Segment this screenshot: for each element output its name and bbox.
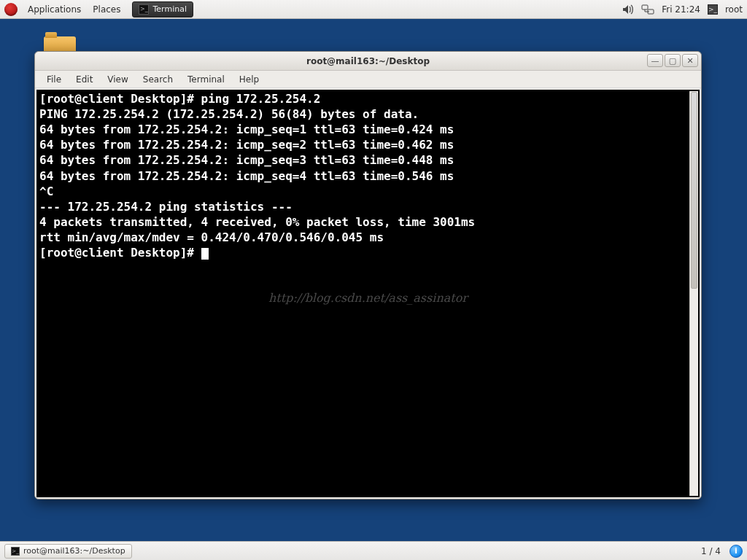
places-menu[interactable]: Places <box>87 0 126 18</box>
close-button[interactable]: ✕ <box>682 54 698 67</box>
taskbar-entry-label: root@mail163:~/Desktop <box>23 546 125 556</box>
terminal-prompt-line: [root@client Desktop]# <box>39 245 697 260</box>
terminal-line: 64 bytes from 172.25.254.2: icmp_seq=1 t… <box>39 122 697 137</box>
system-tray: Fri 21:24 >_ root <box>622 4 747 15</box>
notification-icon[interactable]: i <box>729 545 743 558</box>
terminal-line: 64 bytes from 172.25.254.2: icmp_seq=2 t… <box>39 137 697 152</box>
svg-rect-0 <box>642 5 648 9</box>
menu-view[interactable]: View <box>100 74 135 85</box>
menu-edit[interactable]: Edit <box>69 74 100 85</box>
menu-file[interactable]: File <box>39 74 69 85</box>
workspace-indicator[interactable]: 1 / 4 <box>695 546 727 556</box>
scrollbar[interactable] <box>689 91 698 496</box>
top-panel: Applications Places >_ Terminal Fri 21:2… <box>0 0 747 19</box>
scrollbar-thumb[interactable] <box>691 92 697 289</box>
terminal-line: PING 172.25.254.2 (172.25.254.2) 56(84) … <box>39 106 697 122</box>
menu-bar: File Edit View Search Terminal Help <box>35 71 701 88</box>
window-titlebar[interactable]: root@mail163:~/Desktop — ▢ ✕ <box>35 52 701 71</box>
terminal-line: rtt min/avg/max/mdev = 0.424/0.470/0.546… <box>39 230 697 245</box>
menu-terminal[interactable]: Terminal <box>180 74 232 85</box>
running-app-label: Terminal <box>152 4 187 14</box>
user-menu-icon[interactable]: >_ <box>708 4 718 15</box>
network-icon[interactable] <box>641 4 654 15</box>
terminal-line: 4 packets transmitted, 4 received, 0% pa… <box>39 214 697 230</box>
terminal-prompt: [root@client Desktop]# <box>39 246 201 260</box>
terminal-line: ^C <box>39 184 697 199</box>
user-label[interactable]: root <box>725 4 743 15</box>
maximize-button[interactable]: ▢ <box>665 54 681 67</box>
terminal-icon: >_ <box>139 4 149 15</box>
window-controls: — ▢ ✕ <box>647 54 698 67</box>
terminal-output[interactable]: [root@client Desktop]# ping 172.25.254.2… <box>36 90 700 497</box>
minimize-button[interactable]: — <box>647 54 663 67</box>
menu-search[interactable]: Search <box>136 74 180 85</box>
taskbar-entry-terminal[interactable]: >_ root@mail163:~/Desktop <box>4 544 132 559</box>
watermark-text: http://blog.csdn.net/ass_assinator <box>36 290 700 306</box>
terminal-line: 64 bytes from 172.25.254.2: icmp_seq=3 t… <box>39 152 697 168</box>
terminal-line: --- 172.25.254.2 ping statistics --- <box>39 199 697 214</box>
terminal-window: root@mail163:~/Desktop — ▢ ✕ File Edit V… <box>34 51 702 499</box>
running-app-terminal[interactable]: >_ Terminal <box>132 1 193 18</box>
menu-help[interactable]: Help <box>232 74 266 85</box>
bottom-panel: >_ root@mail163:~/Desktop 1 / 4 i <box>0 541 747 560</box>
terminal-line: 64 bytes from 172.25.254.2: icmp_seq=4 t… <box>39 168 697 184</box>
distro-logo-icon <box>4 3 18 16</box>
applications-menu[interactable]: Applications <box>22 0 87 18</box>
cursor-icon <box>201 248 209 260</box>
volume-icon[interactable] <box>622 4 634 15</box>
terminal-icon: >_ <box>11 547 20 556</box>
terminal-line: [root@client Desktop]# ping 172.25.254.2 <box>39 91 697 106</box>
window-title: root@mail163:~/Desktop <box>35 56 701 66</box>
clock[interactable]: Fri 21:24 <box>662 4 700 15</box>
